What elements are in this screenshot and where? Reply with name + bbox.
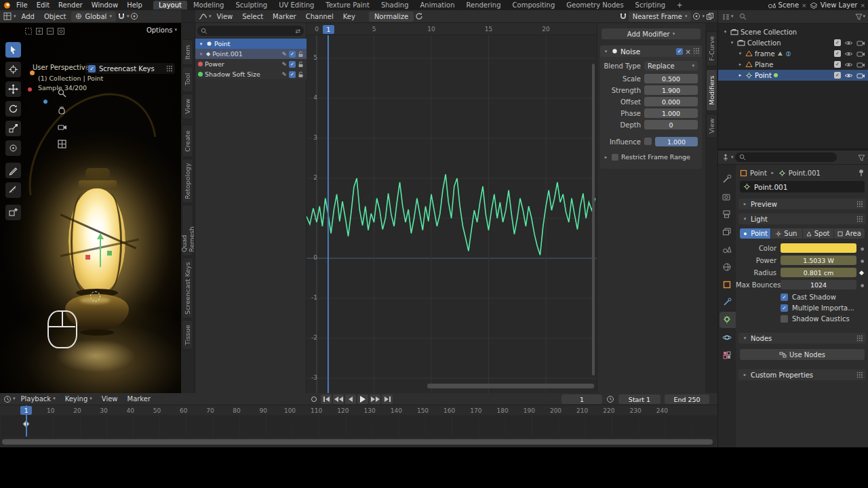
pin-icon[interactable] <box>858 169 865 177</box>
select-intersect-icon[interactable] <box>57 27 65 35</box>
tab-scene-icon[interactable] <box>722 245 732 254</box>
graph-proportional-icon[interactable] <box>692 12 701 20</box>
collapse-icon[interactable]: ▸ <box>742 201 748 207</box>
filter-funnel-icon[interactable] <box>855 13 863 20</box>
outliner-row-plane[interactable]: ▸ Plane ✓ <box>718 59 868 70</box>
outliner-row-collection[interactable]: ▾ Collection ✓ <box>718 37 868 48</box>
channel-enable-checkbox[interactable]: ✓ <box>289 51 296 58</box>
depth-value[interactable]: 0 <box>644 120 698 129</box>
vertical-scrollbar[interactable] <box>592 64 595 375</box>
tool-move[interactable] <box>5 81 21 97</box>
channel-enable-checkbox[interactable]: ✓ <box>289 71 296 78</box>
graph-snap-magnet-icon[interactable] <box>619 12 627 20</box>
tab-output-icon[interactable] <box>722 209 732 219</box>
collapse-icon[interactable]: ▾ <box>603 49 609 54</box>
max-bounces-value[interactable]: 1024 <box>781 280 856 289</box>
expand-icon[interactable]: ▾ <box>729 40 735 45</box>
viewport-options-dropdown[interactable]: Options▾ <box>146 26 177 34</box>
channel-modifier-icon[interactable]: ✎ <box>281 71 287 78</box>
channel-search-input[interactable]: ⇄ <box>197 26 304 36</box>
selectability-checkbox[interactable]: ✓ <box>834 72 841 79</box>
tab-fcurve[interactable]: F-Curve <box>706 31 717 66</box>
use-nodes-button[interactable]: Use Nodes <box>740 349 865 360</box>
sidebar-tab-tissue[interactable]: Tissue <box>182 320 193 350</box>
menu-help[interactable]: Help <box>123 1 146 9</box>
lock-icon[interactable] <box>298 71 304 78</box>
falloff-caret-icon[interactable]: ▾ <box>702 14 705 19</box>
lock-icon[interactable] <box>298 61 304 68</box>
graph-editor-type-icon[interactable] <box>199 12 208 20</box>
menu-object[interactable]: Object <box>40 12 71 21</box>
panel-light[interactable]: ▾ Light <box>738 214 866 224</box>
workspace-tab-compositing[interactable]: Compositing <box>507 1 561 9</box>
tool-select-box[interactable] <box>5 42 21 58</box>
menu-edit[interactable]: Edit <box>33 1 54 9</box>
menu-window[interactable]: Window <box>87 1 122 9</box>
panel-drag-dots-icon[interactable] <box>856 335 863 342</box>
properties-search-input[interactable] <box>735 152 837 162</box>
tab-object-data-icon[interactable] <box>722 315 732 325</box>
panel-drag-dots-icon[interactable] <box>856 216 863 223</box>
light-type-sun[interactable]: Sun <box>771 228 802 239</box>
ortho-toggle-icon[interactable] <box>57 139 67 149</box>
selectability-checkbox[interactable]: ✓ <box>834 61 841 68</box>
decorator-dot-icon[interactable]: ● <box>861 246 864 251</box>
add-workspace-button[interactable]: + <box>671 1 688 9</box>
phase-value[interactable]: 1.000 <box>644 108 698 118</box>
next-keyframe-button[interactable] <box>370 394 380 404</box>
start-frame-field[interactable]: Start 1 <box>618 394 660 404</box>
outliner-row-point[interactable]: ▸ Point ✓ <box>718 70 868 81</box>
auto-normalize-icon[interactable] <box>415 12 423 20</box>
modifier-close-icon[interactable]: × <box>685 47 691 56</box>
workspace-tab-rendering[interactable]: Rendering <box>460 1 506 9</box>
sidebar-tab-screencast-keys[interactable]: Screencast Keys <box>182 258 193 319</box>
outliner-row-scene-collection[interactable]: ▾ Scene Collection <box>718 26 868 37</box>
workspace-tab-scripting[interactable]: Scripting <box>630 1 671 9</box>
panel-drag-dots-icon[interactable] <box>856 371 863 379</box>
prev-keyframe-button[interactable] <box>333 394 344 404</box>
timeline-scrollbar[interactable] <box>2 439 713 445</box>
graph-editor-caret-icon[interactable]: ▾ <box>209 14 212 19</box>
jump-to-start-button[interactable] <box>321 394 332 404</box>
channel-row-action[interactable]: ▾ ◆ Point.001 ✎ ✓ <box>195 49 307 59</box>
properties-filter-icon[interactable] <box>858 154 865 161</box>
panel-preview[interactable]: ▸ Preview <box>738 199 866 209</box>
hide-eye-icon[interactable] <box>844 40 853 46</box>
horizontal-scrollbar[interactable] <box>427 384 594 388</box>
timeline-track[interactable] <box>0 416 717 436</box>
transform-orientation-dropdown[interactable]: Global▾ <box>71 12 115 22</box>
select-extend-icon[interactable] <box>35 27 43 35</box>
scene-selector[interactable]: Scene <box>778 1 800 9</box>
frame-ruler[interactable] <box>307 23 597 35</box>
lock-icon[interactable] <box>298 51 304 58</box>
light-type-spot[interactable]: Spot <box>803 228 833 239</box>
tab-world-icon[interactable] <box>722 262 732 272</box>
sidebar-tab-create[interactable]: Create <box>182 125 193 157</box>
timeline-editor-icon[interactable] <box>3 395 12 403</box>
collection-checkbox[interactable]: ✓ <box>834 39 841 46</box>
tool-transform[interactable] <box>5 140 21 156</box>
normalize-toggle[interactable]: Normalize <box>369 12 414 22</box>
graph-menu-marker[interactable]: Marker <box>269 12 300 21</box>
zoom-icon[interactable] <box>57 88 67 98</box>
expand-icon[interactable]: ▾ <box>198 52 204 57</box>
light-type-area[interactable]: Area <box>834 228 865 239</box>
menu-marker[interactable]: Marker <box>123 394 155 403</box>
breadcrumb-object[interactable]: Point <box>750 169 767 177</box>
radius-value[interactable]: 0.801 cm <box>781 268 856 277</box>
tab-modifiers[interactable]: Modifiers <box>706 69 717 111</box>
add-modifier-button[interactable]: Add Modifier▾ <box>601 28 701 39</box>
influence-checkbox[interactable] <box>644 138 652 145</box>
properties-editor-icon[interactable] <box>722 153 730 161</box>
fcurve-plot-area[interactable]: 543210-1-2-3051015201 <box>307 23 597 393</box>
cast-shadow-checkbox[interactable]: ✓ <box>781 293 788 301</box>
tool-scale[interactable] <box>5 121 21 136</box>
tab-view[interactable]: View <box>706 114 717 138</box>
fcurve-plot[interactable] <box>307 23 597 393</box>
render-visibility-icon[interactable] <box>856 51 865 57</box>
keyframe-diamond-icon[interactable]: ◆ <box>859 269 864 276</box>
panel-drag-dots-icon[interactable] <box>166 65 172 73</box>
expand-icon[interactable]: ▾ <box>737 51 743 56</box>
menu-render[interactable]: Render <box>54 1 87 9</box>
tab-render-icon[interactable] <box>722 192 732 201</box>
